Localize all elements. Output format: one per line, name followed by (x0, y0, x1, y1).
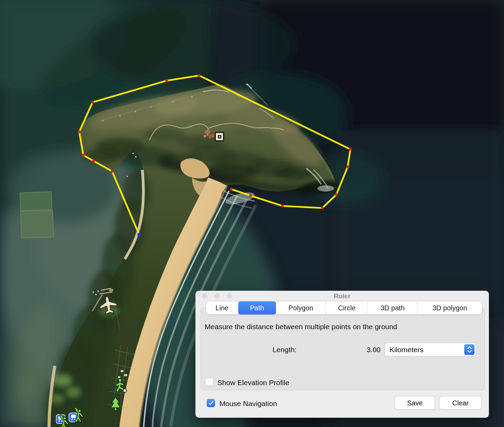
google-earth-viewport: Ruler Line Path Polygon Circle 3D path 3… (0, 0, 504, 427)
unit-dropdown[interactable]: Kilometers (385, 343, 476, 356)
farm-ponds (20, 192, 54, 238)
path-vertex[interactable] (335, 193, 338, 196)
mouse-navigation-label: Mouse Navigation (219, 400, 277, 408)
window-zoom-button[interactable] (227, 293, 232, 298)
point-foam (317, 185, 334, 192)
path-vertex[interactable] (281, 205, 284, 207)
tab-path[interactable]: Path (238, 301, 276, 314)
mouse-navigation-checkbox[interactable] (207, 399, 215, 407)
path-vertex[interactable] (349, 148, 352, 151)
path-vertex[interactable] (92, 160, 95, 162)
path-vertex[interactable] (346, 165, 349, 168)
unit-stepper-icon[interactable] (464, 344, 475, 355)
window-close-button[interactable] (202, 293, 207, 298)
length-value: 3.00 (298, 346, 381, 354)
path-vertex[interactable] (165, 79, 168, 82)
path-vertex[interactable] (198, 74, 201, 77)
unit-selected: Kilometers (389, 346, 423, 354)
ruler-dialog: Ruler Line Path Polygon Circle 3D path 3… (195, 291, 489, 418)
length-label: Length: (195, 346, 297, 354)
path-vertex[interactable] (82, 154, 85, 157)
measure-description: Measure the distance between multiple po… (205, 323, 397, 331)
show-elevation-checkbox[interactable] (205, 378, 214, 386)
show-elevation-label: Show Elevation Profile (217, 379, 289, 387)
path-endpoint[interactable] (137, 233, 141, 237)
checkmark-icon (208, 401, 214, 405)
tab-line[interactable]: Line (206, 301, 238, 314)
tab-3d-path[interactable]: 3D path (368, 301, 418, 314)
path-vertex[interactable] (78, 130, 81, 133)
path-vertex[interactable] (91, 101, 94, 104)
save-button[interactable]: Save (395, 396, 435, 409)
path-vertex[interactable] (321, 207, 324, 209)
tab-polygon[interactable]: Polygon (276, 301, 326, 314)
tab-circle[interactable]: Circle (326, 301, 368, 314)
path-vertex[interactable] (111, 170, 113, 173)
ruler-mode-tabs: Line Path Polygon Circle 3D path 3D poly… (206, 301, 482, 314)
lighthouse-placemark-icon[interactable] (215, 132, 224, 141)
dialog-titlebar[interactable]: Ruler (195, 291, 489, 301)
window-minimize-button[interactable] (215, 293, 219, 298)
tab-3d-polygon[interactable]: 3D polygon (418, 301, 482, 314)
clear-button[interactable]: Clear (440, 396, 481, 409)
dialog-title: Ruler (195, 291, 489, 301)
path-vertex[interactable] (230, 188, 232, 191)
path-vertex[interactable] (249, 194, 252, 197)
